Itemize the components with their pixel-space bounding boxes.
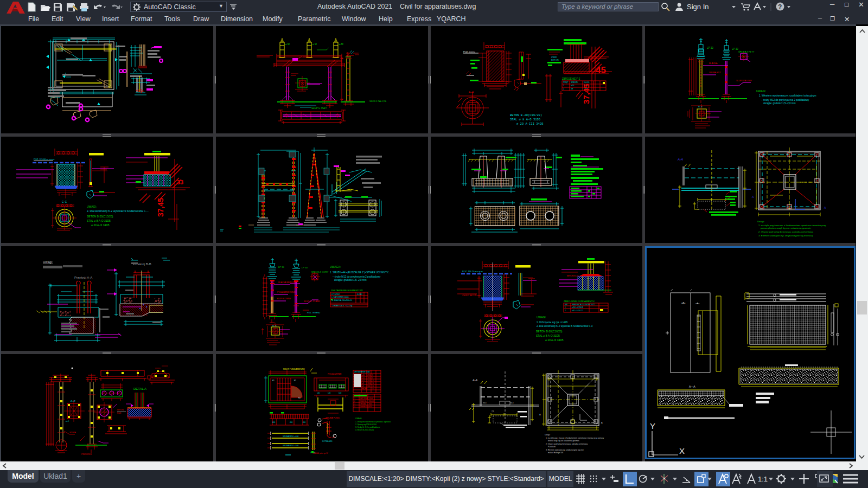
- svg-text:BETON B-20: BETON B-20: [567, 275, 578, 277]
- svg-text:1. SRUBY+44 +|EUSZALNE Z |=STW: 1. SRUBY+44 +|EUSZALNE Z |=STWEE UCHWYTY…: [330, 271, 390, 274]
- svg-text:BLACHA: BLACHA: [360, 400, 366, 402]
- svg-text:SRUBA M20 L=600: SRUBA M20 L=600: [283, 435, 299, 438]
- svg-text:UWAGI:: UWAGI:: [355, 418, 362, 420]
- svg-text:2. Otwory pod kotwy betonowac: 2. Otwory pod kotwy betonowac zalewka ce…: [758, 230, 813, 233]
- svg-text:400: 400: [272, 421, 276, 423]
- svg-text:6: 6: [372, 377, 373, 379]
- svg-text:LP 30: LP 30: [732, 48, 738, 50]
- svg-text:⌀ 20 A-III 34D5: ⌀ 20 A-III 34D5: [516, 122, 544, 126]
- svg-text:LP 30: LP 30: [707, 47, 713, 49]
- svg-text:1800: 1800: [367, 377, 371, 379]
- svg-text:14: 14: [372, 382, 374, 384]
- svg-text:2. BLACHA 200x200x10: 2. BLACHA 200x200x10: [332, 299, 352, 301]
- svg-text:okrągłe: grubość 1,5–2,0 mm: okrągłe: grubość 1,5–2,0 mm: [763, 102, 796, 105]
- svg-text:PRZEKROJ: PRZEKROJ: [81, 453, 92, 455]
- svg-text:4: 4: [354, 406, 355, 408]
- svg-text:ŚREDN.: ŚREDN.: [571, 81, 578, 84]
- svg-text:SRUBA: SRUBA: [360, 403, 366, 405]
- svg-text:SKOS 1 PAL 2,5L: SKOS 1 PAL 2,5L: [369, 100, 387, 102]
- svg-text:Uwagi:: Uwagi:: [757, 220, 764, 223]
- svg-text:3. Sruby kl. 5.8 z podkladkami: 3. Sruby kl. 5.8 z podkladkami: [355, 426, 380, 428]
- svg-text:1: 1: [354, 397, 355, 400]
- svg-text:2. Dla konstrukcji K-2 wykonać: 2. Dla konstrukcji K-2 wykonać 6 fundame…: [87, 209, 149, 213]
- svg-text:ILOSC: ILOSC: [357, 293, 363, 296]
- svg-text:2: 2: [354, 400, 355, 402]
- svg-text:2. Dla konstrukcji K-2 wykonac: 2. Dla konstrukcji K-2 wykonac 6 fundame…: [537, 325, 593, 328]
- svg-text:M20: M20: [369, 406, 372, 408]
- svg-text:UWAGI:: UWAGI:: [87, 205, 97, 208]
- svg-text:BETON B-20(C16/20): BETON B-20(C16/20): [536, 330, 563, 333]
- svg-text:BETON B-20(C16/20): BETON B-20(C16/20): [510, 113, 542, 117]
- svg-text:50: 50: [372, 388, 374, 390]
- svg-text:⌀ M: ⌀ M: [285, 43, 290, 46]
- svg-text:200x10: 200x10: [369, 400, 374, 402]
- svg-text:⌀16: ⌀16: [362, 377, 365, 379]
- svg-text:B-20: B-20: [117, 412, 121, 414]
- svg-text:BETON B-20(C15/20): BETON B-20(C15/20): [87, 215, 113, 218]
- svg-text:3: 3: [354, 403, 355, 405]
- svg-text:KATOWNIK: KATOWNIK: [360, 397, 368, 400]
- svg-text:⌀20: ⌀20: [362, 374, 365, 376]
- svg-text:⌀8 L=1450 12: ⌀8 L=1450 12: [572, 310, 583, 312]
- svg-text:K2: K2: [294, 380, 296, 382]
- svg-text:A—A: A—A: [689, 385, 695, 388]
- svg-text:A: A: [601, 421, 603, 424]
- svg-text:STAL ⌀ 8 A-O 31D5: STAL ⌀ 8 A-O 31D5: [87, 219, 111, 222]
- svg-text:CHUDY BETON: CHUDY BETON: [462, 294, 476, 297]
- svg-text:1. Wkrętem wyrównawcze z podkł: 1. Wkrętem wyrównawcze z podkładem izola…: [759, 94, 816, 97]
- svg-text:3. Element zabezpieczyc antyko: 3. Element zabezpieczyc antykorozyjnie w…: [546, 449, 584, 451]
- svg-text:WIDOK Z GORY: WIDOK Z GORY: [311, 271, 329, 273]
- svg-text:1450: 1450: [367, 380, 371, 382]
- svg-text:DETAL A: DETAL A: [133, 387, 146, 390]
- svg-text:Y: Y: [650, 421, 655, 431]
- svg-text:⌀12: ⌀12: [362, 380, 365, 382]
- svg-text:POZ. 116.20 m n.p.m.: POZ. 116.20 m n.p.m.: [462, 270, 483, 273]
- svg-text:400: 400: [303, 421, 306, 423]
- svg-text:Sign In: Sign In: [687, 3, 709, 11]
- svg-text:UWAGA: patrz rys 12: UWAGA: patrz rys 12: [312, 452, 328, 454]
- svg-text:40,5: 40,5: [483, 402, 487, 404]
- svg-text:M20: M20: [369, 403, 372, 405]
- svg-text:4. Beton B-20(C16/20): 4. Beton B-20(C16/20): [355, 429, 374, 431]
- svg-text:=A=: =A=: [681, 301, 686, 304]
- svg-text:1:1: 1:1: [758, 475, 768, 483]
- svg-text:CIEZAR CALK. ~12,5 kg: CIEZAR CALK. ~12,5 kg: [332, 305, 352, 307]
- svg-text:ZESTAWIENIE STALI: ZESTAWIENIE STALI: [354, 371, 370, 373]
- svg-text:2: 2: [563, 88, 564, 90]
- svg-text:1. na style pog i mocow z fund: 1. na style pog i mocow z fundamentem sy…: [546, 437, 604, 439]
- svg-text:POLACZENIE SRUB: POLACZENIE SRUB: [277, 291, 296, 293]
- svg-text:X: X: [679, 446, 685, 455]
- svg-text:⌀20 L=2350 8: ⌀20 L=2350 8: [572, 306, 583, 309]
- svg-text:SRUBA M12: SRUBA M12: [709, 72, 720, 74]
- svg-text:K3: K3: [298, 397, 301, 399]
- svg-text:C–C: C–C: [62, 201, 67, 203]
- svg-text:⌀ 20 A-III 34D5: ⌀ 20 A-III 34D5: [91, 223, 110, 227]
- svg-text:pomocy betonu wzgl. by osi. us: pomocy betonu wzgl. by osi. ustawienia g…: [761, 227, 811, 229]
- svg-text:8: 8: [372, 374, 373, 376]
- svg-text:3. Element zabezpieczyc antyko: 3. Element zabezpieczyc antykorozyjnie w…: [758, 234, 813, 237]
- svg-text:1: 1: [565, 306, 566, 309]
- svg-text:STAL ⌀ 8 A-O 31D5: STAL ⌀ 8 A-O 31D5: [536, 334, 560, 337]
- svg-text:SLUP C 4SZT: SLUP C 4SZT: [311, 107, 327, 110]
- svg-text:2350: 2350: [367, 374, 371, 376]
- svg-text:POZ. TERENU: POZ. TERENU: [307, 312, 320, 314]
- svg-text:LP. SZKIC: LP. SZKIC: [331, 293, 340, 296]
- svg-text:BETON: BETON: [117, 409, 124, 411]
- svg-text:LP 30: LP 30: [302, 266, 308, 269]
- svg-text:2: 2: [565, 310, 566, 312]
- svg-text:2. Spoiny wg PN-B-06200: 2. Spoiny wg PN-B-06200: [355, 423, 376, 426]
- svg-text:NR: NR: [565, 304, 567, 306]
- svg-text:1. Wszystkie elementy ocynkowa: 1. Wszystkie elementy ocynkowac ogniowo: [355, 421, 391, 423]
- svg-text:1. KATOWNIK L50x5: 1. KATOWNIK L50x5: [331, 296, 349, 298]
- svg-text:POLACZENIE: POLACZENIE: [328, 373, 342, 375]
- svg-text:A–A: A–A: [469, 91, 474, 94]
- svg-text:⌀ 4: ⌀ 4: [66, 420, 69, 422]
- svg-text:RAZEM: RAZEM: [362, 388, 367, 390]
- svg-text:– śruby M12 do przykręcenia 2: – śruby M12 do przykręcenia 2 podkładowy: [761, 99, 809, 101]
- svg-text:44,5: 44,5: [510, 402, 514, 404]
- svg-text:⌀ M: ⌀ M: [339, 43, 343, 46]
- svg-text:140: 140: [317, 392, 320, 394]
- svg-text:BLACHA: BLACHA: [709, 62, 718, 65]
- svg-text:Uwagi:: Uwagi:: [43, 260, 53, 264]
- svg-text:33: 33: [177, 179, 183, 185]
